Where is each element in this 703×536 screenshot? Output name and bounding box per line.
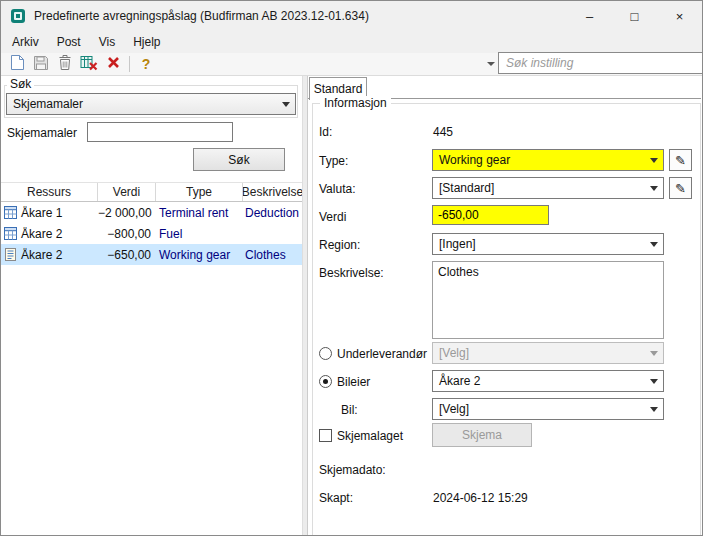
bil-label: Bil: bbox=[341, 403, 358, 417]
chevron-down-icon bbox=[645, 234, 663, 254]
maximize-button[interactable]: □ bbox=[612, 1, 657, 31]
help-button[interactable]: ? bbox=[134, 54, 158, 75]
underleverandor-radio[interactable] bbox=[319, 347, 332, 360]
cell-beskrivelse-text: Clothes bbox=[243, 248, 302, 262]
chevron-down-icon bbox=[645, 399, 663, 419]
window-controls: – □ × bbox=[567, 1, 702, 31]
toolbar-overflow-icon[interactable] bbox=[487, 62, 495, 66]
skjemalaget-label: Skjemalaget bbox=[337, 429, 403, 443]
table-row[interactable]: Åkare 1 −2 000,00 Terminal rent Deductio… bbox=[1, 202, 302, 223]
underleverandor-label: Underleverandør bbox=[337, 347, 427, 361]
type-select[interactable]: Working gear bbox=[432, 149, 664, 171]
cancel-button[interactable] bbox=[101, 54, 125, 75]
red-x-icon bbox=[106, 55, 121, 73]
trash-icon bbox=[57, 54, 73, 74]
region-select-value: [Ingen] bbox=[439, 237, 476, 251]
underleverandor-select-value: [Velg] bbox=[439, 346, 469, 360]
cell-verdi-text: −2 000,00 bbox=[98, 206, 156, 220]
search-button[interactable]: Søk bbox=[193, 148, 285, 171]
bileier-radio[interactable] bbox=[319, 375, 332, 388]
table-icon bbox=[4, 206, 17, 219]
template-input[interactable] bbox=[87, 122, 233, 142]
id-label: Id: bbox=[319, 125, 332, 139]
valuta-label: Valuta: bbox=[319, 182, 355, 196]
app-icon bbox=[10, 8, 26, 24]
pencil-icon: ✎ bbox=[675, 181, 686, 196]
save-button[interactable] bbox=[29, 54, 53, 75]
search-group-title: Søk bbox=[7, 77, 34, 91]
help-icon: ? bbox=[142, 56, 151, 72]
column-header-beskrivelse[interactable]: Beskrivelse bbox=[243, 183, 302, 201]
settings-search-input[interactable] bbox=[498, 52, 703, 74]
remove-calculation-button[interactable] bbox=[77, 54, 101, 75]
skjemalaget-checkbox[interactable] bbox=[319, 429, 332, 442]
verdi-label: Verdi bbox=[319, 210, 346, 224]
search-type-select-value: Skjemamaler bbox=[13, 97, 83, 111]
detail-panel: Standard Informasjon Id: 445 Type: Worki… bbox=[308, 76, 702, 535]
underleverandor-select[interactable]: [Velg] bbox=[432, 342, 664, 364]
skjema-button[interactable]: Skjema bbox=[432, 423, 532, 447]
region-label: Region: bbox=[319, 238, 360, 252]
verdi-input[interactable] bbox=[432, 205, 549, 225]
cell-ressurs-text: Åkare 2 bbox=[21, 248, 62, 262]
cell-ressurs-text: Åkare 2 bbox=[21, 227, 62, 241]
chevron-down-icon bbox=[645, 150, 663, 170]
edit-type-button[interactable]: ✎ bbox=[669, 149, 692, 171]
cell-ressurs-text: Åkare 1 bbox=[21, 206, 62, 220]
results-table: Ressurs Verdi Type Beskrivelse Åkare 1 −… bbox=[1, 182, 302, 265]
bileier-select[interactable]: Åkare 2 bbox=[432, 370, 664, 392]
skapt-value: 2024-06-12 15:29 bbox=[433, 491, 528, 505]
menu-post[interactable]: Post bbox=[48, 32, 90, 52]
skapt-label: Skapt: bbox=[319, 491, 353, 505]
beskrivelse-label: Beskrivelse: bbox=[319, 266, 384, 280]
type-label: Type: bbox=[319, 154, 348, 168]
cell-type-text: Working gear bbox=[156, 248, 243, 262]
menu-arkiv[interactable]: Arkiv bbox=[3, 32, 48, 52]
column-header-verdi[interactable]: Verdi bbox=[98, 183, 156, 201]
results-table-header: Ressurs Verdi Type Beskrivelse bbox=[1, 182, 302, 202]
save-icon bbox=[33, 55, 49, 74]
template-label: Skjemamaler bbox=[7, 126, 77, 140]
valuta-select-value: [Standard] bbox=[439, 181, 494, 195]
left-panel: Søk Skjemamaler Skjemamaler Søk Ressurs … bbox=[1, 76, 302, 535]
remove-calculation-icon bbox=[80, 54, 98, 74]
pencil-icon: ✎ bbox=[675, 153, 686, 168]
new-document-button[interactable] bbox=[5, 54, 29, 75]
app-window: Predefinerte avregningspåslag (Budfirman… bbox=[0, 0, 703, 536]
search-type-select[interactable]: Skjemamaler bbox=[6, 93, 296, 115]
menubar: Arkiv Post Vis Hjelp bbox=[1, 31, 702, 53]
bil-select-value: [Velg] bbox=[439, 402, 469, 416]
chevron-down-icon bbox=[277, 94, 295, 114]
cell-type-text: Fuel bbox=[156, 227, 243, 241]
titlebar: Predefinerte avregningspåslag (Budfirman… bbox=[1, 1, 702, 31]
valuta-select[interactable]: [Standard] bbox=[432, 177, 664, 199]
cell-verdi-text: −800,00 bbox=[98, 227, 156, 241]
table-row-selected[interactable]: Åkare 2 −650,00 Working gear Clothes bbox=[1, 244, 302, 265]
cell-verdi-text: −650,00 bbox=[98, 248, 156, 262]
cell-type-text: Terminal rent bbox=[156, 206, 243, 220]
column-header-type[interactable]: Type bbox=[156, 183, 243, 201]
close-button[interactable]: × bbox=[657, 1, 702, 31]
minimize-button[interactable]: – bbox=[567, 1, 612, 31]
skjemadato-label: Skjemadato: bbox=[319, 463, 386, 477]
cell-beskrivelse-text: Deduction bbox=[243, 206, 302, 220]
edit-valuta-button[interactable]: ✎ bbox=[669, 177, 692, 199]
window-title: Predefinerte avregningspåslag (Budfirman… bbox=[34, 9, 369, 23]
bil-select[interactable]: [Velg] bbox=[432, 398, 664, 420]
toolbar-separator bbox=[129, 56, 130, 72]
menu-hjelp[interactable]: Hjelp bbox=[124, 32, 169, 52]
id-value: 445 bbox=[433, 125, 453, 139]
menu-vis[interactable]: Vis bbox=[90, 32, 124, 52]
bileier-label: Bileier bbox=[337, 375, 370, 389]
region-select[interactable]: [Ingen] bbox=[432, 233, 664, 255]
beskrivelse-textarea[interactable]: Clothes bbox=[432, 261, 664, 339]
form-icon bbox=[4, 248, 17, 261]
table-icon bbox=[4, 227, 17, 240]
informasjon-group-title: Informasjon bbox=[320, 96, 391, 110]
column-header-ressurs[interactable]: Ressurs bbox=[1, 183, 98, 201]
chevron-down-icon bbox=[645, 343, 663, 363]
table-row[interactable]: Åkare 2 −800,00 Fuel bbox=[1, 223, 302, 244]
chevron-down-icon bbox=[645, 178, 663, 198]
delete-button[interactable] bbox=[53, 54, 77, 75]
new-document-icon bbox=[10, 54, 25, 74]
